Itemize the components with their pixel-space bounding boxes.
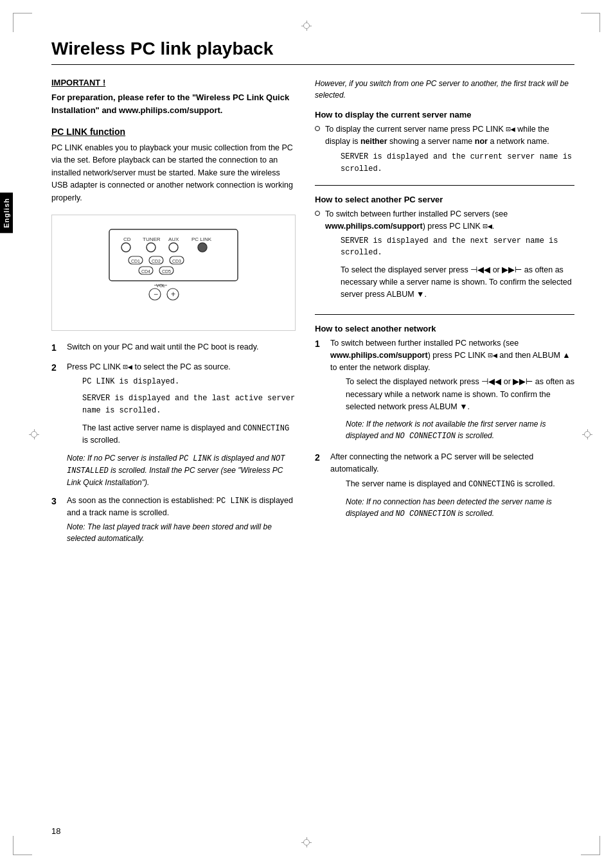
svg-point-7: [169, 243, 178, 252]
subsection-select-network: How to select another network 1 To switc…: [315, 324, 574, 522]
svg-text:TUNER: TUNER: [143, 236, 161, 242]
corner-mark-tl: [13, 13, 32, 32]
nor-bold: nor: [475, 137, 488, 146]
network-step-2-num: 2: [315, 451, 325, 522]
divider-2: [315, 314, 574, 315]
select-server-bullet: To switch between further installed PC s…: [315, 208, 574, 306]
svg-text:−: −: [154, 290, 158, 299]
step-2-content: Press PC LINK ⊡◀ to select the PC as sou…: [67, 361, 296, 488]
device-image: CD TUNER AUX PC LINK CD1 CD2 CD3: [51, 215, 296, 331]
network-step-2-note: Note: If no connection has been detected…: [346, 496, 574, 520]
display-server-detail-text: SERVER is displayed and the current serv…: [341, 152, 572, 173]
step-3-note: Note: The last played track will have be…: [67, 521, 296, 544]
select-server-detail-2: To select the displayed server press ⊣◀◀…: [341, 264, 574, 301]
subsection-select-network-title: How to select another network: [315, 324, 574, 333]
step-3: 3 As soon as the connection is establish…: [51, 495, 296, 545]
step-1: 1 Switch on your PC and wait until the P…: [51, 341, 296, 355]
step-1-num: 1: [51, 341, 62, 355]
pc-link-title: PC LINK function: [51, 127, 296, 137]
right-italic-note: However, if you switch from one PC serve…: [315, 78, 574, 101]
svg-text:CD3: CD3: [172, 259, 181, 263]
steps-list: 1 Switch on your PC and wait until the P…: [51, 341, 296, 545]
svg-text:+: +: [171, 290, 175, 299]
select-server-detail-1: SERVER is displayed and the next server …: [341, 235, 574, 259]
svg-point-5: [121, 243, 130, 252]
philips-support-link-2: www.philips.com/support: [330, 351, 428, 360]
network-step-1-detail-1: To select the displayed network press ⊣◀…: [346, 376, 574, 413]
select-server-main-text: To switch between further installed PC s…: [325, 209, 508, 231]
subsection-display-server: How to display the current server name T…: [315, 110, 574, 177]
left-column: IMPORTANT ! For preparation, please refe…: [51, 78, 296, 551]
bullet-circle-2: [315, 211, 320, 216]
step-3-text: As soon as the connection is established…: [67, 496, 293, 517]
network-step-2-detail-1: The server name is displayed and CONNECT…: [346, 478, 574, 491]
corner-mark-bl: [13, 836, 32, 855]
display-server-text: To display the current server name press…: [325, 123, 574, 177]
network-steps: 1 To switch between further installed PC…: [315, 337, 574, 522]
step-1-text: Switch on your PC and wait until the PC …: [67, 342, 259, 351]
network-step-2-text: After connecting the network a PC server…: [330, 452, 533, 474]
page-title: Wireless PC link playback: [51, 39, 574, 65]
svg-point-6: [147, 243, 155, 252]
step-2: 2 Press PC LINK ⊡◀ to select the PC as s…: [51, 361, 296, 488]
network-step-1-details: To select the displayed network press ⊣◀…: [346, 376, 574, 442]
important-title: IMPORTANT !: [51, 78, 296, 87]
page-number: 18: [51, 826, 60, 836]
select-server-text: To switch between further installed PC s…: [325, 208, 574, 306]
network-step-2-content: After connecting the network a PC server…: [330, 451, 574, 522]
subsection-select-server-title: How to select another PC server: [315, 195, 574, 204]
step-2-note: Note: If no PC server is installed PC LI…: [67, 452, 296, 488]
neither-bold: neither: [360, 137, 387, 146]
corner-mark-tr: [581, 13, 600, 32]
device-svg: CD TUNER AUX PC LINK CD1 CD2 CD3: [103, 223, 244, 323]
step-2-detail-3: The last active server name is displayed…: [82, 422, 296, 447]
display-server-text-after: a network name.: [488, 137, 549, 146]
step-3-content: As soon as the connection is established…: [67, 495, 296, 545]
svg-text:AUX: AUX: [168, 236, 179, 242]
svg-text:CD2: CD2: [152, 259, 161, 263]
philips-support-link-1: www.philips.com/support: [325, 222, 423, 231]
display-server-text-mid: showing a server name: [387, 137, 475, 146]
svg-point-8: [198, 243, 207, 252]
subsection-select-server: How to select another PC server To switc…: [315, 195, 574, 306]
important-section: IMPORTANT ! For preparation, please refe…: [51, 78, 296, 116]
subsection-display-server-title: How to display the current server name: [315, 110, 574, 120]
step-2-detail-2: SERVER is displayed and the last active …: [82, 393, 296, 416]
page: English Wireless PC link playback IMPORT…: [0, 0, 613, 868]
step-3-num: 3: [51, 495, 62, 545]
svg-text:CD1: CD1: [131, 259, 140, 263]
svg-text:CD4: CD4: [141, 269, 150, 274]
step-2-text: Press PC LINK ⊡◀ to select the PC as sou…: [67, 362, 231, 371]
crosshair-top: [301, 21, 312, 31]
language-tab: English: [0, 193, 13, 233]
pc-link-section: PC LINK function PC LINK enables you to …: [51, 127, 296, 204]
select-server-details: SERVER is displayed and the next server …: [341, 235, 574, 301]
svg-text:CD: CD: [123, 236, 131, 242]
network-step-1-num: 1: [315, 337, 325, 445]
step-2-details: PC LINK is displayed. SERVER is displaye…: [82, 376, 296, 447]
main-content: IMPORTANT ! For preparation, please refe…: [51, 78, 574, 551]
svg-text:PC LINK: PC LINK: [191, 236, 212, 242]
step-2-detail-1: PC LINK is displayed.: [82, 376, 296, 388]
pc-link-paragraph: PC LINK enables you to playback your mus…: [51, 142, 296, 204]
bullet-circle-1: [315, 126, 320, 131]
display-server-detail: SERVER is displayed and the current serv…: [341, 150, 574, 175]
network-step-1-note: Note: If the network is not available th…: [346, 418, 574, 442]
network-step-2-details: The server name is displayed and CONNECT…: [346, 478, 574, 520]
svg-text:CD5: CD5: [162, 269, 171, 274]
crosshair-bottom: [301, 837, 312, 847]
corner-mark-br: [581, 836, 600, 855]
display-server-bullet: To display the current server name press…: [315, 123, 574, 177]
right-column: However, if you switch from one PC serve…: [315, 78, 574, 551]
network-step-1-content: To switch between further installed PC n…: [330, 337, 574, 445]
important-text: For preparation, please refer to the "Wi…: [51, 91, 296, 116]
step-1-content: Switch on your PC and wait until the PC …: [67, 341, 259, 355]
network-step-1: 1 To switch between further installed PC…: [315, 337, 574, 445]
divider-1: [315, 185, 574, 186]
network-step-1-text: To switch between further installed PC n…: [330, 339, 571, 372]
step-2-num: 2: [51, 361, 62, 488]
network-step-2: 2 After connecting the network a PC serv…: [315, 451, 574, 522]
svg-text:VOL: VOL: [156, 283, 165, 288]
crosshair-right: [582, 429, 592, 439]
crosshair-left: [29, 429, 39, 439]
